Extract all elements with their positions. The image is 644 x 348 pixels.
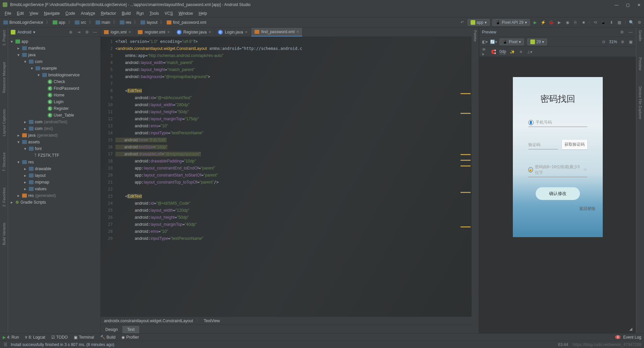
minimize-icon[interactable]: — [614, 3, 619, 7]
collapse-icon[interactable]: ⇥ [76, 29, 82, 35]
tab-layout-captures[interactable]: Layout Captures [1, 108, 7, 138]
menu-file[interactable]: File [2, 10, 14, 16]
stop-icon[interactable]: ■ [581, 20, 586, 25]
profile-icon[interactable]: ◉ [565, 20, 570, 25]
code-input[interactable]: 验证码 [528, 141, 558, 149]
zoom-fit-icon[interactable]: ▣ [628, 39, 633, 45]
zoom-out-icon[interactable]: ⊖ [601, 39, 606, 45]
tab-gradle[interactable]: Gradle [638, 29, 643, 43]
menu-view[interactable]: View [27, 10, 41, 16]
back-icon[interactable]: ↶ [460, 20, 465, 25]
tab-login-java[interactable]: CLogin.java× [215, 28, 251, 37]
menu-build[interactable]: Build [119, 10, 133, 16]
wand-icon[interactable]: ✨ [509, 49, 515, 55]
menu-code[interactable]: Code [63, 10, 78, 16]
project-view-mode[interactable]: Android [17, 30, 31, 34]
menu-help[interactable]: Help [196, 10, 210, 16]
search-icon[interactable]: 🔍 [629, 20, 634, 25]
tab-logcat[interactable]: ≡ 6: Logcat [25, 335, 45, 340]
resize-grip-icon[interactable]: ◢ [629, 327, 634, 331]
menu-analyze[interactable]: Analyze [78, 10, 98, 16]
crumb-app[interactable]: app [51, 19, 67, 25]
menu-window[interactable]: Window [176, 10, 196, 16]
orientation-icon[interactable]: 🔄▾ [491, 39, 496, 45]
palette-strip: Palette [472, 27, 479, 333]
avd-icon[interactable]: 📱 [601, 20, 606, 25]
status-icon[interactable]: ☰ [3, 342, 8, 347]
menu-refactor[interactable]: Refactor [98, 10, 119, 16]
preview-hide-icon[interactable]: — [628, 29, 633, 35]
tab-login-xml[interactable]: login.xml× [101, 28, 135, 37]
window-title: BmobLoginService [F:\AndroidStudioProjec… [10, 2, 251, 7]
editor-area: login.xml× register.xml× CRegister.java×… [101, 27, 472, 333]
crumb-file[interactable]: find_password.xml [165, 19, 207, 25]
attach-icon[interactable]: ⎘ [573, 20, 578, 25]
maximize-icon[interactable]: ▢ [626, 3, 630, 7]
clear-icon[interactable]: ✕ [518, 49, 524, 55]
tab-find-password-xml[interactable]: find_password.xml× [251, 28, 303, 37]
hide-icon[interactable]: — [92, 29, 98, 35]
tab-resource-manager[interactable]: Resource Manager [1, 60, 7, 94]
zoom-in-icon[interactable]: ⊕ [620, 39, 625, 45]
breadcrumb-root[interactable]: androidx.constraintlayout.widget.Constra… [104, 319, 193, 323]
crumb-src[interactable]: src [73, 19, 88, 25]
sync-icon[interactable]: ⟲ [593, 20, 598, 25]
tab-run[interactable]: ▶4: Run [3, 335, 19, 340]
close-icon[interactable]: ✕ [637, 3, 641, 7]
menu-vcs[interactable]: VCS [162, 10, 176, 16]
tab-terminal[interactable]: ▣ Terminal [74, 335, 94, 340]
dp-value[interactable]: 0dp [499, 49, 506, 54]
gear-icon[interactable]: ⚙ [84, 29, 90, 35]
preview-gear-icon[interactable]: ⚙ [619, 29, 625, 35]
menu-run[interactable]: Run [134, 10, 147, 16]
guideline-icon[interactable]: ⊥▾ [527, 49, 532, 55]
password-input[interactable]: 🔒 密码由6~16位组成(最少3位字 [528, 163, 587, 177]
coverage-icon[interactable]: ▶ [557, 20, 562, 25]
tab-register-java[interactable]: CRegister.java× [173, 28, 215, 37]
confirm-button[interactable]: 确认修改 [536, 187, 580, 200]
tab-todo[interactable]: ☑ TODO [51, 335, 68, 340]
run-icon[interactable]: ▶ [533, 20, 538, 25]
project-tree[interactable]: ▾app ▸manifests ▾java ▾com ▾example ▾bmo… [8, 37, 100, 333]
crumb-res[interactable]: res [118, 19, 133, 25]
tab-build-variants[interactable]: Build Variants [1, 221, 7, 247]
tab-build[interactable]: 🔨 Build [100, 335, 116, 340]
device-select[interactable]: 📱 Pixel▾ [499, 39, 524, 45]
tab-structure[interactable]: 7: Structure [1, 151, 7, 173]
magnet-icon[interactable]: 🧲 [491, 49, 496, 55]
debug-icon[interactable]: 🐞 [549, 20, 554, 25]
menu-tools[interactable]: Tools [147, 10, 162, 16]
crumb-main[interactable]: main [94, 19, 112, 25]
tab-design[interactable]: Design [101, 326, 122, 333]
scope-icon[interactable]: ⊕ [68, 29, 73, 35]
crumb-layout[interactable]: layout [139, 19, 159, 25]
left-tool-strip: 1: Project Resource Manager Layout Captu… [0, 27, 8, 333]
apply-changes-icon[interactable]: ⚡ [541, 20, 546, 25]
structure-icon[interactable]: ▦ [617, 20, 622, 25]
crumb-project[interactable]: BmobLoginService [2, 19, 45, 25]
menu-navigate[interactable]: Navigate [41, 10, 62, 16]
sdk-icon[interactable]: ⬇ [609, 20, 614, 25]
tab-palette[interactable]: Palette [473, 29, 478, 43]
tab-text[interactable]: Text [122, 326, 139, 333]
menu-edit[interactable]: Edit [14, 10, 26, 16]
tab-favorites[interactable]: 2: Favorites [1, 186, 7, 208]
tab-preview-right[interactable]: Preview [638, 56, 643, 72]
run-config-dropdown[interactable]: app ▾ [468, 19, 490, 26]
eye-view-icon[interactable]: 👁▾ [482, 49, 487, 55]
device-dropdown[interactable]: 📱 Pixel API 29 ▾ [492, 19, 530, 26]
surface-icon[interactable]: ◧▾ [482, 39, 487, 45]
api-select[interactable]: 29▾ [527, 39, 547, 45]
tab-event-log[interactable]: Event Log [623, 335, 641, 340]
back-link[interactable]: 返回登陆 [579, 206, 595, 212]
tab-register-xml[interactable]: register.xml× [135, 28, 173, 37]
get-code-button[interactable]: 获取验证码 [562, 140, 587, 149]
preview-canvas[interactable]: 密码找回 👤 手机号码 验证码 获取验证码 🔒 密码由6~16位组成(最少3位字… [479, 57, 636, 333]
tab-project[interactable]: 1: Project [1, 29, 7, 47]
breadcrumb-leaf[interactable]: TextView [204, 319, 220, 323]
tab-device-explorer[interactable]: Device File Explorer [638, 85, 643, 121]
phone-input[interactable]: 👤 手机号码 [528, 118, 587, 127]
settings-icon[interactable]: ⚙ [637, 20, 642, 25]
code-editor[interactable]: <?xml version="1.0" encoding="utf-8"?> <… [115, 37, 460, 317]
tab-profiler[interactable]: ◉ Profiler [121, 335, 139, 340]
